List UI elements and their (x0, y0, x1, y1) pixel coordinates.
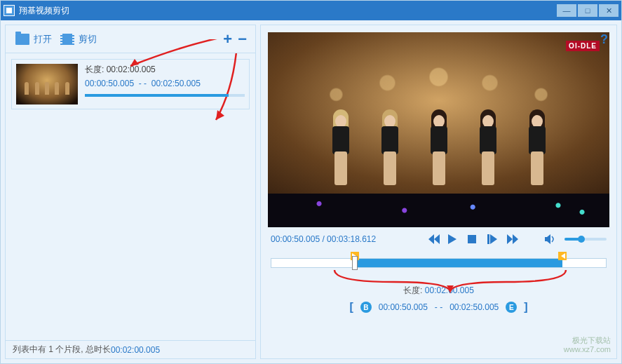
status-total: 00:02:00.005 (111, 345, 160, 355)
app-window: 翔基视频剪切 — □ ✕ 打开 剪切 + − (0, 0, 622, 364)
close-button[interactable]: ✕ (599, 4, 618, 17)
selection-start: 00:00:50.005 (379, 302, 428, 312)
maximize-button[interactable]: □ (578, 4, 597, 17)
set-end-bracket[interactable]: ] (524, 301, 527, 314)
clip-info: 长度: 00:02:00.005 00:00:50.005 - - 00:02:… (85, 64, 245, 105)
titlebar: 翔基视频剪切 — □ ✕ (1, 1, 621, 20)
volume-slider[interactable] (564, 238, 607, 241)
video-overlay-logo: OI-DLE (566, 41, 600, 51)
open-label: 打开 (34, 33, 52, 46)
svg-rect-1 (487, 234, 489, 244)
timeline[interactable] (271, 258, 607, 268)
status-bar: 列表中有 1 个片段, 总时长 00:02:00.005 (6, 340, 255, 358)
help-button[interactable]: ? (600, 32, 608, 47)
open-button[interactable]: 打开 (11, 30, 56, 48)
app-icon (4, 5, 15, 16)
selection-duration: 长度: 00:02:00.005 (271, 285, 607, 297)
film-icon (60, 34, 74, 45)
watermark: 极光下载站 www.xz7.com (564, 336, 611, 354)
minimize-button[interactable]: — (557, 4, 576, 17)
stop-button[interactable] (468, 235, 480, 243)
window-title: 翔基视频剪切 (19, 5, 69, 17)
skip-forward-button[interactable] (507, 234, 520, 244)
timeline-end-marker[interactable] (558, 252, 567, 260)
clip-duration: 00:02:00.005 (107, 65, 156, 74)
prev-frame-button[interactable] (428, 234, 441, 244)
cut-button[interactable]: 剪切 (56, 30, 101, 48)
mark-e-button[interactable]: E (506, 302, 517, 313)
video-preview[interactable]: OI-DLE (268, 32, 609, 227)
app-body: 打开 剪切 + − (1, 20, 621, 363)
folder-icon (15, 34, 29, 45)
timeline-area: 长度: 00:02:00.005 [ B 00:00:50.005 - - 00… (261, 247, 616, 323)
left-toolbar: 打开 剪切 + − (6, 25, 255, 53)
volume-icon[interactable] (545, 234, 557, 244)
clip-end: 00:02:50.005 (151, 79, 201, 88)
remove-button[interactable]: − (235, 32, 250, 47)
right-panel: ? OI-DLE 00:00:50.005 / 00:03: (260, 25, 617, 359)
clip-duration-label: 长度: (85, 65, 104, 74)
add-button[interactable]: + (220, 32, 235, 47)
timeline-selection (355, 259, 562, 267)
clip-start: 00:00:50.005 (85, 79, 134, 88)
selection-range: [ B 00:00:50.005 - - 00:02:50.005 E ] (271, 301, 607, 319)
timeline-playhead[interactable] (352, 256, 358, 270)
time-display: 00:00:50.005 / 00:03:18.612 (271, 234, 376, 244)
next-frame-button[interactable] (487, 234, 500, 244)
play-button[interactable] (448, 234, 461, 244)
clip-thumbnail (16, 64, 78, 105)
cut-label: 剪切 (79, 33, 97, 46)
clip-progress (85, 94, 245, 97)
player-controls: 00:00:50.005 / 00:03:18.612 (261, 231, 616, 247)
left-panel: 打开 剪切 + − (5, 25, 256, 359)
clip-list: 长度: 00:02:00.005 00:00:50.005 - - 00:02:… (6, 53, 255, 340)
current-time: 00:00:50.005 (271, 234, 320, 244)
clip-item[interactable]: 长度: 00:02:00.005 00:00:50.005 - - 00:02:… (11, 59, 250, 109)
clip-sep: - - (139, 79, 147, 88)
svg-rect-0 (468, 235, 476, 243)
status-text: 列表中有 1 个片段, 总时长 (13, 344, 111, 356)
selection-end: 00:02:50.005 (449, 302, 499, 312)
total-time: 00:03:18.612 (327, 234, 376, 244)
set-start-bracket[interactable]: [ (349, 301, 353, 314)
mark-b-button[interactable]: B (360, 302, 372, 313)
